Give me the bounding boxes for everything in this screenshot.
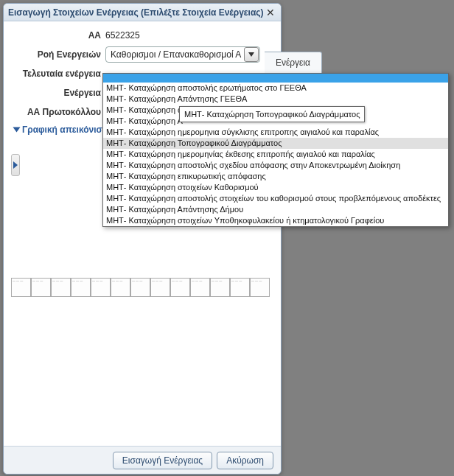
footer: Εισαγωγή Ενέργειας Ακύρωση bbox=[4, 446, 281, 474]
flow-select[interactable]: Καθορισμοι / Επανακαθορισμοί Α bbox=[105, 46, 260, 63]
thumbnail[interactable]: — — — bbox=[190, 278, 210, 297]
thumbnail[interactable]: — — — bbox=[51, 278, 71, 297]
section-header-text: Γραφική απεικόνιση bbox=[22, 125, 108, 135]
last-action-label: Τελευταία ενέργεια bbox=[11, 69, 105, 79]
dropdown-header-row bbox=[103, 74, 448, 83]
dropdown-item[interactable]: ΜΗΤ- Καταχώρηση αποστολής σχεδίου απόφασ… bbox=[103, 160, 448, 171]
action-dropdown[interactable]: ΜΗΤ- Καταχώρηση αποστολής ερωτήματος στο… bbox=[102, 73, 449, 227]
cancel-button[interactable]: Ακύρωση bbox=[217, 452, 273, 469]
action-label: Ενέργεια bbox=[11, 88, 105, 98]
thumbnail[interactable]: — — — bbox=[170, 278, 190, 297]
dropdown-item[interactable]: ΜΗΤ- Καταχώρηση Απάντησης ΓΕΕΘΑ bbox=[103, 94, 448, 105]
thumbnail[interactable]: — — — bbox=[91, 278, 111, 297]
thumbnail[interactable]: — — — bbox=[71, 278, 91, 297]
dropdown-item[interactable]: ΜΗΤ- Καταχώρηση Απάντησης Δήμου bbox=[103, 204, 448, 215]
thumbnail[interactable]: — — — bbox=[11, 278, 31, 297]
thumbnail[interactable]: — — — bbox=[31, 278, 51, 297]
tooltip: ΜΗΤ- Καταχώρηση Τοπογραφικού Διαγράμματο… bbox=[179, 106, 365, 122]
dropdown-item[interactable]: ΜΗΤ- Καταχώρηση ημερομηνίας έκθεσης επιτ… bbox=[103, 149, 448, 160]
dropdown-item[interactable]: ΜΗΤ- Καταχώρηση στοιχείων Καθορισμού bbox=[103, 182, 448, 193]
dropdown-item[interactable]: ΜΗΤ- Καταχώρηση αποστολής ερωτήματος στο… bbox=[103, 83, 448, 94]
flow-label: Ροή Ενεργειών bbox=[11, 49, 105, 60]
close-icon[interactable]: ✕ bbox=[265, 7, 276, 18]
dropdown-item[interactable]: ΜΗΤ- Καταχώρηση αποστολής στοιχείων του … bbox=[103, 193, 448, 204]
slider-next-button[interactable] bbox=[11, 154, 20, 176]
protocol-label: ΑΑ Πρωτοκόλλου bbox=[11, 107, 105, 117]
thumbnail[interactable]: — — — bbox=[130, 278, 150, 297]
dropdown-item[interactable]: ΜΗΤ- Καταχώρηση Τοπογραφικού Διαγράμματο… bbox=[103, 138, 448, 149]
thumbnail[interactable]: — — — bbox=[230, 278, 250, 297]
dropdown-item[interactable]: ΜΗΤ- Καταχώρηση επικυρωτικής απόφασης bbox=[103, 171, 448, 182]
thumbnail-strip: — — —— — —— — —— — —— — —— — —— — —— — —… bbox=[11, 278, 273, 300]
thumbnail[interactable]: — — — bbox=[250, 278, 270, 297]
flow-select-text: Καθορισμοι / Επανακαθορισμοί Α bbox=[106, 49, 243, 60]
triangle-down-icon bbox=[13, 127, 21, 133]
dropdown-item[interactable]: ΜΗΤ- Καταχώρηση ημερομηνια σύγκλισης επι… bbox=[103, 127, 448, 138]
thumbnail[interactable]: — — — bbox=[210, 278, 230, 297]
aa-value: 6522325 bbox=[105, 30, 273, 41]
chevron-down-icon[interactable] bbox=[244, 47, 259, 62]
dialog-title: Εισαγωγή Στοιχείων Ενέργειας (Επιλέξτε Σ… bbox=[8, 7, 265, 18]
tab-label: Ενέργεια bbox=[276, 57, 310, 68]
tab-energeia[interactable]: Ενέργεια bbox=[265, 52, 322, 74]
thumbnail[interactable]: — — — bbox=[111, 278, 130, 297]
submit-button[interactable]: Εισαγωγή Ενέργειας bbox=[113, 452, 212, 469]
titlebar: Εισαγωγή Στοιχείων Ενέργειας (Επιλέξτε Σ… bbox=[4, 4, 281, 21]
dropdown-item[interactable]: ΜΗΤ- Καταχώρηση στοιχείων Υποθηκοφυλακεί… bbox=[103, 215, 448, 226]
aa-label: ΑΑ bbox=[11, 30, 105, 41]
thumbnail[interactable]: — — — bbox=[150, 278, 170, 297]
